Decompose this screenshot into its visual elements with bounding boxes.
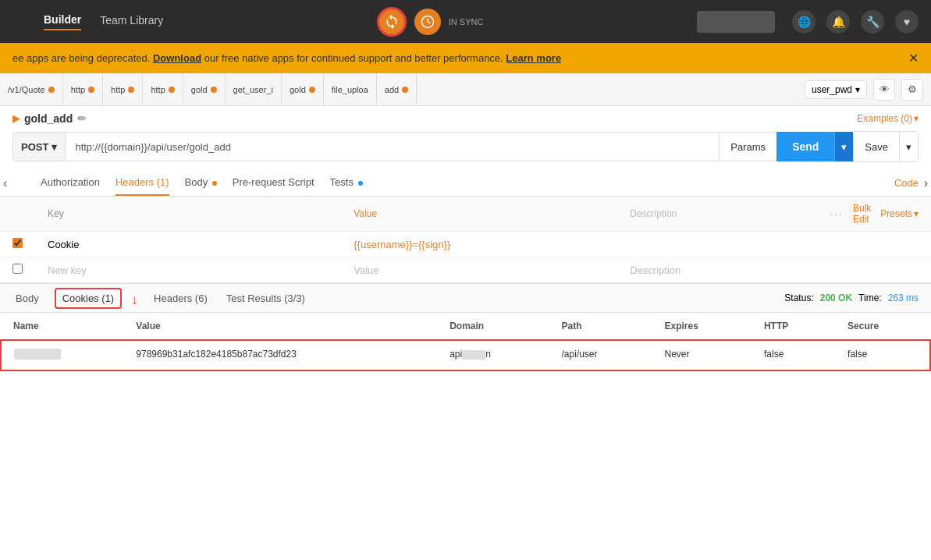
body-dot-icon	[212, 181, 217, 186]
req-tab-body[interactable]: Body	[185, 170, 217, 196]
response-status: Status: 200 OK Time: 263 ms	[784, 292, 919, 303]
next-tab-button[interactable]: ›	[921, 176, 931, 190]
presets-button[interactable]: Presets ▾	[880, 208, 919, 219]
request-name-row: ▶ gold_add ✏ Examples (0) ▾	[0, 106, 931, 131]
bulk-edit-button[interactable]: Bulk Edit	[853, 203, 871, 225]
header-right-icons: 🌐 🔔 🔧 ♥	[697, 10, 919, 34]
header-left: Builder Team Library	[12, 13, 163, 30]
save-button-group: Save ▾	[853, 131, 919, 162]
new-desc-cell[interactable]: Description	[617, 257, 817, 283]
new-key-cell[interactable]: New key	[35, 257, 341, 283]
header-checkbox[interactable]	[12, 238, 23, 248]
sync-icon-normal[interactable]	[414, 9, 441, 35]
headers-table: Key Value Description ··· Bulk Edit Pres…	[0, 197, 931, 283]
code-link[interactable]: Code	[894, 177, 919, 189]
new-header-checkbox[interactable]	[12, 264, 23, 274]
resp-tab-test-results[interactable]: Test Results (3/3)	[223, 286, 308, 310]
banner-close-button[interactable]: ✕	[908, 51, 919, 66]
edit-icon[interactable]: ✏	[77, 112, 87, 125]
req-tab-pre-request[interactable]: Pre-request Script	[233, 170, 314, 196]
resp-tab-cookies[interactable]: Cookies (1)	[55, 288, 122, 309]
prev-tab-button[interactable]: ‹	[0, 176, 10, 190]
tab-http-2[interactable]: http	[103, 73, 143, 105]
cookie-path-cell: /api/user	[549, 340, 652, 370]
bell-icon[interactable]: 🔔	[826, 10, 850, 34]
request-tabs-row: /v1/Quote http http http gold get_user_i…	[0, 73, 931, 106]
header-nav: Builder Team Library	[44, 13, 163, 30]
env-dropdown[interactable]: user_pwd ▾	[805, 80, 867, 99]
tab-get-user[interactable]: get_user_i	[226, 73, 282, 105]
cookie-expires-cell: Never	[652, 340, 751, 370]
tab-file-upload[interactable]: file_uploa	[324, 73, 377, 105]
globe-icon[interactable]: 🌐	[792, 10, 816, 34]
method-dropdown[interactable]: POST ▾	[12, 132, 66, 161]
heart-icon[interactable]: ♥	[895, 10, 919, 34]
learn-more-link[interactable]: Learn more	[506, 52, 561, 64]
more-options-icon[interactable]: ···	[830, 207, 844, 220]
tab-v1quote[interactable]: /v1/Quote	[0, 73, 63, 105]
wrench-icon[interactable]: 🔧	[861, 10, 884, 34]
col-secure: Secure	[835, 313, 930, 340]
url-bar: POST ▾ Params Send ▾ Save ▾	[0, 131, 931, 170]
header-row-actions	[817, 232, 931, 257]
header-value-cell[interactable]: {{username}}={{sign}}	[341, 232, 617, 257]
status-label: Status:	[784, 292, 813, 303]
env-eye-button[interactable]: 👁	[873, 79, 895, 101]
search-box[interactable]	[697, 11, 775, 33]
sync-icon-highlighted[interactable]	[377, 7, 407, 37]
header-row-cookie: Cookie {{username}}={{sign}}	[0, 232, 931, 257]
params-button[interactable]: Params	[719, 132, 776, 161]
deprecation-banner: ee apps are being deprecated. Download o…	[0, 43, 931, 73]
tab-http-3[interactable]: http	[143, 73, 183, 105]
url-input[interactable]	[66, 132, 719, 161]
tab-dot	[309, 87, 315, 93]
tab-http-1[interactable]: http	[63, 73, 103, 105]
cookies-section: Name Value Domain Path Expires HTTP Secu…	[0, 313, 931, 371]
tab-add[interactable]: add	[377, 73, 417, 105]
headers-value-col: Value	[341, 197, 617, 232]
chevron-down-icon: ▾	[52, 141, 57, 153]
cookie-secure-cell: false	[835, 340, 930, 370]
col-name: Name	[1, 313, 123, 340]
new-value-cell[interactable]: Value	[341, 257, 617, 283]
expand-arrow-icon[interactable]: ▶	[12, 113, 20, 124]
resp-tab-headers[interactable]: Headers (6)	[151, 286, 211, 310]
header: Builder Team Library IN SYNC 🌐 🔔 🔧 ♥	[0, 0, 931, 43]
tab-dot	[402, 87, 408, 93]
col-path: Path	[549, 313, 652, 340]
col-expires: Expires	[652, 313, 751, 340]
header-key-cell[interactable]: Cookie	[35, 232, 341, 257]
tab-dot	[88, 87, 94, 93]
req-tab-tests[interactable]: Tests	[330, 170, 363, 196]
headers-key-col: Key	[35, 197, 341, 232]
headers-actions-col: ··· Bulk Edit Presets ▾	[817, 197, 931, 232]
tab-dot	[169, 87, 175, 93]
banner-text: ee apps are being deprecated. Download o…	[12, 52, 561, 64]
examples-link[interactable]: Examples (0) ▾	[857, 113, 919, 124]
resp-tab-body[interactable]: Body	[12, 286, 42, 310]
time-value: 263 ms	[888, 292, 919, 303]
tab-gold-1[interactable]: gold	[183, 73, 226, 105]
header-desc-cell[interactable]	[617, 232, 817, 257]
send-dropdown-button[interactable]: ▾	[834, 132, 853, 161]
save-button[interactable]: Save	[854, 132, 899, 161]
nav-team-library[interactable]: Team Library	[100, 14, 163, 30]
response-tabs-row: Body Cookies (1) ↓ Headers (6) Test Resu…	[0, 283, 931, 313]
req-tab-authorization[interactable]: Authorization	[41, 170, 100, 196]
send-button[interactable]: Send	[776, 132, 834, 161]
request-section-tabs: ‹ Authorization Headers (1) Body Pre-req…	[0, 170, 931, 197]
nav-builder[interactable]: Builder	[44, 13, 81, 30]
cookie-name-cell	[1, 340, 123, 370]
req-tab-headers[interactable]: Headers (1)	[115, 170, 169, 196]
new-header-checkbox-cell[interactable]	[0, 257, 35, 283]
cookie-name-blurred	[14, 349, 61, 360]
download-link[interactable]: Download	[153, 52, 201, 64]
header-checkbox-cell[interactable]	[0, 232, 35, 257]
tab-dot	[211, 87, 217, 93]
col-value: Value	[123, 313, 437, 340]
tab-gold-2[interactable]: gold	[282, 73, 324, 105]
save-dropdown-button[interactable]: ▾	[899, 132, 918, 161]
red-arrow-annotation: ↓	[131, 292, 138, 308]
status-value: 200 OK	[820, 292, 852, 303]
env-gear-button[interactable]: ⚙	[901, 79, 923, 101]
